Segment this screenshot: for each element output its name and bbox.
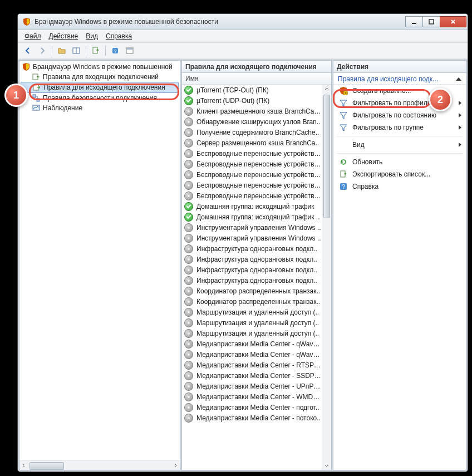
toolbar-separator [105, 46, 106, 56]
scroll-left-arrow-icon[interactable] [19, 461, 28, 470]
filter-icon [339, 123, 348, 132]
rules-list[interactable]: µTorrent (TCP-Out) (ПК)µTorrent (UDP-Out… [182, 85, 331, 470]
submenu-arrow-icon [459, 113, 461, 117]
rule-row[interactable]: Беспроводные переносные устройства.. [182, 180, 331, 190]
toolbar-export-icon[interactable] [89, 44, 102, 57]
scrollbar-thumb[interactable] [323, 95, 330, 218]
rule-row[interactable]: Инфраструктура одноранговых подкл.. [182, 264, 331, 275]
rule-row[interactable]: Инфраструктура одноранговых подкл.. [182, 243, 331, 254]
rule-name: Медиаприставки Media Center - WMDR.. [196, 393, 321, 401]
rule-row[interactable]: Координатор распределенных транзак.. [182, 286, 331, 296]
rule-row[interactable]: Инфраструктура одноранговых подкл.. [182, 275, 331, 286]
scroll-right-arrow-icon[interactable] [171, 461, 180, 470]
tree-outbound-rules[interactable]: Правила для исходящего подключения [21, 82, 179, 93]
nav-back-button[interactable] [21, 44, 35, 57]
rule-row[interactable]: Беспроводные переносные устройства.. [182, 190, 331, 201]
rule-row[interactable]: Домашняя группа: исходящий трафик .. [182, 212, 331, 222]
rule-row[interactable]: Сервер размещенного кэша BranchCa.. [182, 138, 331, 148]
rule-row[interactable]: Медиаприставки Media Center - потоко.. [182, 413, 331, 423]
rule-disabled-icon [184, 392, 193, 401]
minimize-button[interactable] [405, 16, 423, 27]
titlebar[interactable]: Брандмауэр Windows в режиме повышенной б… [18, 14, 468, 30]
rule-row[interactable]: Медиаприставки Media Center - qWave .. [182, 338, 331, 349]
rule-row[interactable]: Медиаприставки Media Center - qWave .. [182, 349, 331, 360]
svg-text:?: ? [342, 184, 345, 190]
action-label: Создать правило... [352, 87, 411, 95]
actions-group-title[interactable]: Правила для исходящего подк... [333, 73, 466, 85]
toolbar-help-icon[interactable]: ? [109, 44, 122, 57]
connection-security-icon [32, 94, 41, 102]
rule-row[interactable]: Домашняя группа: исходящий трафик [182, 201, 331, 212]
scrollbar-thumb[interactable] [30, 462, 64, 470]
rule-name: Беспроводные переносные устройства.. [196, 150, 321, 158]
scroll-down-arrow-icon[interactable] [322, 461, 331, 470]
svg-text:?: ? [114, 48, 116, 54]
new-rule-icon [339, 86, 348, 95]
annotation-badge-2: 2 [429, 88, 452, 111]
rule-row[interactable]: Маршрутизация и удаленный доступ (.. [182, 328, 331, 338]
rule-row[interactable]: Обнаружение кэширующих узлов Bran.. [182, 116, 331, 127]
rule-row[interactable]: µTorrent (UDP-Out) (ПК) [182, 95, 331, 106]
horizontal-scrollbar[interactable] [19, 460, 180, 470]
rule-row[interactable]: Координатор распределенных транзак.. [182, 296, 331, 307]
toolbar-properties-icon[interactable] [123, 44, 136, 57]
rule-name: Медиаприставки Media Center - SSDP (.. [196, 372, 321, 380]
svg-rect-0 [412, 23, 416, 24]
menu-view[interactable]: Вид [82, 31, 101, 41]
menu-help[interactable]: Справка [102, 31, 135, 41]
action-export[interactable]: Экспортировать список... [333, 168, 466, 180]
firewall-shield-icon [22, 62, 31, 71]
rule-name: Медиаприставки Media Center - RTSP (.. [196, 361, 321, 369]
close-button[interactable] [440, 16, 466, 27]
rule-row[interactable]: Инструментарий управления Windows .. [182, 222, 331, 233]
tree-monitoring[interactable]: Наблюдение [19, 103, 180, 113]
tree-label: Наблюдение [43, 104, 82, 112]
rule-disabled-icon [184, 350, 193, 359]
rule-enabled-icon [184, 213, 193, 222]
menu-file[interactable]: Файл [21, 31, 45, 41]
tree-inbound-rules[interactable]: Правила для входящих подключений [19, 72, 180, 82]
maximize-button[interactable] [422, 16, 440, 27]
tree-label: Правила для входящих подключений [43, 73, 159, 81]
rule-row[interactable]: Медиаприставки Media Center - WMDR.. [182, 391, 331, 402]
rule-row[interactable]: Инфраструктура одноранговых подкл.. [182, 254, 331, 264]
tree-connection-security-rules[interactable]: Правила безопасности подключения [19, 93, 180, 103]
rule-disabled-icon [184, 139, 193, 148]
menu-action[interactable]: Действие [46, 31, 82, 41]
rule-row[interactable]: Получение содержимого BranchCache.. [182, 127, 331, 138]
vertical-scrollbar[interactable] [322, 85, 331, 470]
rule-row[interactable]: Беспроводные переносные устройства.. [182, 148, 331, 159]
action-label: Фильтровать по группе [352, 124, 424, 131]
action-refresh[interactable]: Обновить [333, 156, 466, 168]
rule-row[interactable]: Медиаприставки Media Center - подгот.. [182, 402, 331, 413]
rule-row[interactable]: Клиент размещенного кэша BranchCac.. [182, 106, 331, 116]
rule-row[interactable]: Медиаприставки Media Center - SSDP (.. [182, 370, 331, 381]
monitoring-icon [32, 104, 41, 112]
rules-columns-row[interactable]: Имя [182, 73, 331, 85]
navigation-tree[interactable]: Брандмауэр Windows в режиме повышенной П… [19, 61, 180, 460]
action-view[interactable]: Вид [333, 139, 466, 151]
rule-row[interactable]: Инструментарий управления Windows .. [182, 233, 331, 243]
rule-row[interactable]: Маршрутизация и удаленный доступ (.. [182, 317, 331, 328]
toolbar-columns-icon[interactable] [70, 44, 83, 57]
nav-forward-button[interactable] [36, 44, 49, 57]
action-filter-state[interactable]: Фильтровать по состоянию [333, 109, 466, 121]
action-help[interactable]: ? Справка [333, 180, 466, 193]
toolbar-folder-icon[interactable] [55, 44, 68, 57]
rule-row[interactable]: Беспроводные переносные устройства.. [182, 159, 331, 169]
rule-name: Маршрутизация и удаленный доступ (.. [196, 330, 321, 337]
action-filter-group[interactable]: Фильтровать по группе [333, 121, 466, 134]
tree-root[interactable]: Брандмауэр Windows в режиме повышенной [19, 62, 180, 72]
rule-row[interactable]: Беспроводные переносные устройства.. [182, 169, 331, 180]
column-name-header[interactable]: Имя [185, 75, 198, 82]
rule-disabled-icon [184, 371, 193, 380]
rule-row[interactable]: µTorrent (TCP-Out) (ПК) [182, 85, 331, 95]
scroll-up-arrow-icon[interactable] [322, 85, 331, 94]
rule-row[interactable]: Маршрутизация и удаленный доступ (.. [182, 307, 331, 317]
rule-name: Домашняя группа: исходящий трафик .. [196, 213, 321, 221]
rule-row[interactable]: Медиаприставки Media Center - UPnP (.. [182, 381, 331, 391]
rule-disabled-icon [184, 266, 193, 274]
rule-row[interactable]: Медиаприставки Media Center - RTSP (.. [182, 360, 331, 370]
collapse-arrow-icon[interactable] [456, 77, 461, 81]
actions-title: Действия [337, 63, 368, 71]
